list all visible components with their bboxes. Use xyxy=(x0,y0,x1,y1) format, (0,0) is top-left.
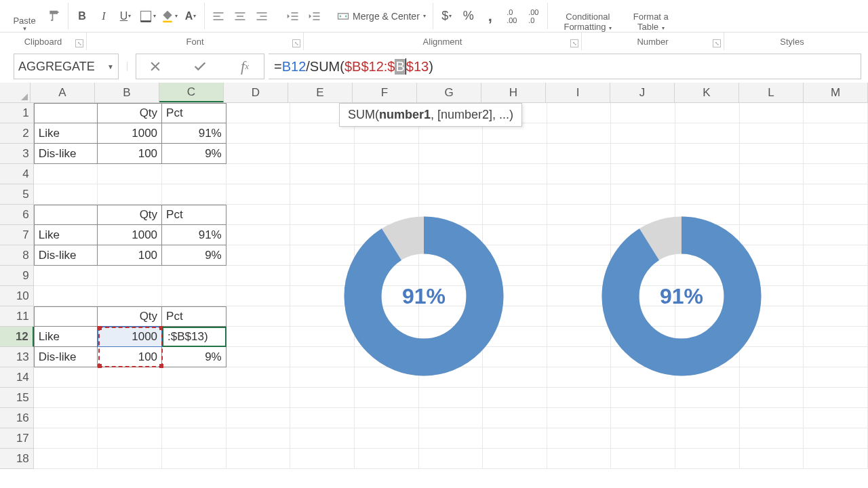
name-box[interactable]: AGGREGATE ▼ xyxy=(14,54,119,79)
cell-L18[interactable] xyxy=(740,449,804,469)
increase-indent-icon[interactable] xyxy=(305,7,324,25)
cell-M13[interactable] xyxy=(804,347,868,367)
bold-icon[interactable]: B xyxy=(73,7,92,25)
cell-B1[interactable]: Qty xyxy=(98,103,162,123)
merge-center-button[interactable]: Merge & Center ▾ xyxy=(334,8,429,24)
cell-D18[interactable] xyxy=(226,449,291,469)
cell-F17[interactable] xyxy=(355,428,419,449)
row-header-4[interactable]: 4 xyxy=(0,164,34,184)
cell-G3[interactable] xyxy=(419,144,484,164)
cell-A5[interactable] xyxy=(34,184,98,205)
cell-M2[interactable] xyxy=(804,123,868,144)
align-center-icon[interactable] xyxy=(231,7,250,25)
cell-B12[interactable]: 1000 xyxy=(98,327,162,347)
cell-J18[interactable] xyxy=(611,449,675,469)
cell-C9[interactable] xyxy=(162,266,226,286)
cell-M11[interactable] xyxy=(804,306,868,327)
cell-A18[interactable] xyxy=(34,449,98,469)
col-header-G[interactable]: G xyxy=(417,83,481,102)
cell-H18[interactable] xyxy=(483,449,547,469)
dialog-launcher-icon[interactable]: ⤡ xyxy=(75,39,83,47)
cell-G18[interactable] xyxy=(419,449,484,469)
cell-D2[interactable] xyxy=(226,123,291,144)
cell-C5[interactable] xyxy=(162,184,226,205)
cell-A12[interactable]: Like xyxy=(34,327,98,347)
decrease-indent-icon[interactable] xyxy=(283,7,302,25)
cell-D13[interactable] xyxy=(226,347,291,367)
cell-B9[interactable] xyxy=(98,266,162,286)
cell-F15[interactable] xyxy=(355,388,419,408)
cell-C16[interactable] xyxy=(162,408,226,428)
insert-function-icon[interactable]: fx xyxy=(235,56,255,77)
row-header-14[interactable]: 14 xyxy=(0,367,34,388)
cell-G15[interactable] xyxy=(419,388,484,408)
cell-D1[interactable] xyxy=(226,103,291,123)
cell-L15[interactable] xyxy=(740,388,804,408)
cell-M9[interactable] xyxy=(804,266,868,286)
cell-C8[interactable]: 9% xyxy=(162,245,226,266)
cell-I17[interactable] xyxy=(547,428,612,449)
cell-I18[interactable] xyxy=(547,449,612,469)
cell-J5[interactable] xyxy=(611,184,675,205)
cell-D4[interactable] xyxy=(226,164,291,184)
align-right-icon[interactable] xyxy=(252,7,271,25)
col-header-H[interactable]: H xyxy=(481,83,546,102)
formula-input[interactable]: =B12/SUM($B$12:$B$13) xyxy=(269,54,861,79)
cell-C18[interactable] xyxy=(162,449,226,469)
currency-icon[interactable]: $▾ xyxy=(437,7,456,25)
cell-D8[interactable] xyxy=(226,245,291,266)
cell-H17[interactable] xyxy=(483,428,547,449)
cell-C11[interactable]: Pct xyxy=(162,306,226,327)
cell-A15[interactable] xyxy=(34,388,98,408)
cell-C2[interactable]: 91% xyxy=(162,123,226,144)
cell-K15[interactable] xyxy=(675,388,740,408)
cell-M14[interactable] xyxy=(804,367,868,388)
cell-A10[interactable] xyxy=(34,286,98,306)
enter-icon[interactable] xyxy=(190,56,210,77)
cancel-icon[interactable] xyxy=(145,56,165,77)
col-header-K[interactable]: K xyxy=(675,83,739,102)
cell-L17[interactable] xyxy=(740,428,804,449)
cell-E18[interactable] xyxy=(290,449,355,469)
row-header-5[interactable]: 5 xyxy=(0,184,34,205)
fill-color-icon[interactable]: ▾ xyxy=(159,7,178,25)
cell-M1[interactable] xyxy=(804,103,868,123)
col-header-C[interactable]: C xyxy=(159,83,224,102)
cell-D15[interactable] xyxy=(226,388,291,408)
row-header-6[interactable]: 6 xyxy=(0,205,34,225)
row-header-11[interactable]: 11 xyxy=(0,306,34,327)
cell-B4[interactable] xyxy=(98,164,162,184)
col-header-B[interactable]: B xyxy=(95,83,159,102)
cell-J2[interactable] xyxy=(611,123,675,144)
cell-I4[interactable] xyxy=(547,164,612,184)
italic-icon[interactable]: I xyxy=(94,7,113,25)
row-header-9[interactable]: 9 xyxy=(0,266,34,286)
cell-B3[interactable]: 100 xyxy=(98,144,162,164)
cell-E4[interactable] xyxy=(290,164,355,184)
cell-H15[interactable] xyxy=(483,388,547,408)
cell-A4[interactable] xyxy=(34,164,98,184)
cell-D6[interactable] xyxy=(226,205,291,225)
select-all-corner[interactable] xyxy=(0,83,31,102)
cell-L1[interactable] xyxy=(740,103,804,123)
cell-F5[interactable] xyxy=(355,184,419,205)
cell-H4[interactable] xyxy=(483,164,547,184)
cell-A3[interactable]: Dis-like xyxy=(34,144,98,164)
cell-I5[interactable] xyxy=(547,184,612,205)
row-header-2[interactable]: 2 xyxy=(0,123,34,144)
col-header-A[interactable]: A xyxy=(31,83,95,102)
cell-M16[interactable] xyxy=(804,408,868,428)
cell-M6[interactable] xyxy=(804,205,868,225)
cell-C12[interactable]: :$B$13) xyxy=(162,327,226,347)
cell-K18[interactable] xyxy=(675,449,740,469)
cell-E16[interactable] xyxy=(290,408,355,428)
cell-A11[interactable] xyxy=(34,306,98,327)
row-header-12[interactable]: 12 xyxy=(0,327,34,347)
row-header-16[interactable]: 16 xyxy=(0,408,34,428)
cell-B2[interactable]: 1000 xyxy=(98,123,162,144)
cell-I2[interactable] xyxy=(547,123,612,144)
cell-K4[interactable] xyxy=(675,164,740,184)
cell-L4[interactable] xyxy=(740,164,804,184)
font-color-icon[interactable]: A▾ xyxy=(181,7,200,25)
format-as-table-button[interactable]: Format a Table ▾ xyxy=(624,0,678,32)
